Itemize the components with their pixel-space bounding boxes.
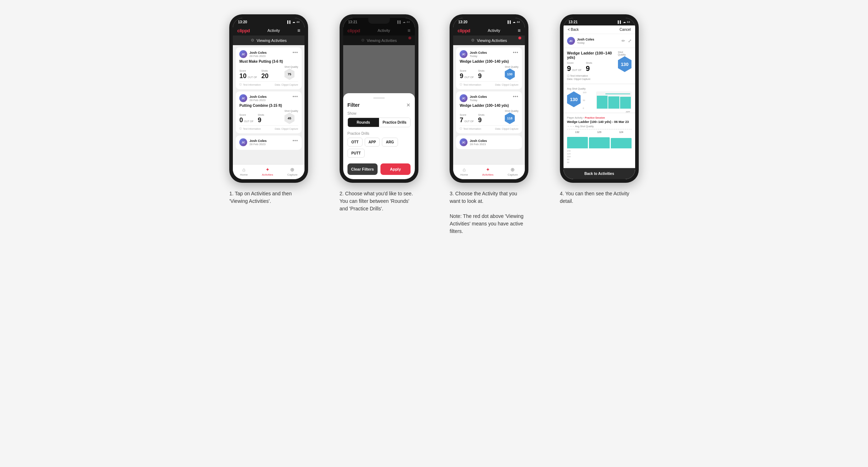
avg-sq-section-4: Avg Shot Quality 130 100 50 0	[564, 85, 635, 112]
drill-buttons-2: OTT APP ARG PUTT	[347, 138, 411, 158]
drill-ott-2[interactable]: OTT	[347, 138, 363, 147]
user-date-1-1: 28 Feb 2023	[249, 54, 267, 58]
more-dots-3-1[interactable]: •••	[513, 50, 519, 55]
app-header-1: clippd Activity ≡	[233, 25, 304, 35]
nav-activities-label-3: Activities	[482, 173, 494, 176]
quality-badge-1-1: 75	[284, 68, 294, 80]
edit-icon-4[interactable]: ✏	[622, 38, 625, 43]
nav-activities-3[interactable]: ✦ Activities	[482, 167, 494, 176]
nav-home-1[interactable]: ⌂ Home	[240, 167, 248, 176]
activity-card-3-2[interactable]: JC Josh Coles Today ••• Wedge Ladder (10…	[456, 91, 522, 133]
page-container: 13:20 ▌▌ ☁ 44 clippd Activity ≡ ⚙ View	[219, 14, 649, 235]
detail-actions-4: ✏ ⤢	[622, 38, 632, 43]
modal-header-2: Filter ✕	[347, 102, 411, 108]
nav-activities-1[interactable]: ✦ Activities	[262, 167, 273, 176]
card-title-1-2: Putting Combine (3-15 ft)	[239, 104, 298, 108]
clear-filters-button-2[interactable]: Clear Filters	[347, 163, 378, 175]
back-button-4[interactable]: < Back	[568, 28, 579, 32]
drill-putt-2[interactable]: PUTT	[347, 149, 365, 158]
back-to-activities-button-4[interactable]: Back to Activities	[564, 168, 635, 179]
nav-home-3[interactable]: ⌂ Home	[460, 167, 468, 176]
card-footer-3-2: ⓘ Test Information Data: Clippd Capture	[460, 125, 518, 130]
card-title-1-1: Must Make Putting (3-6 ft)	[239, 59, 298, 63]
drill-app-2[interactable]: APP	[365, 138, 380, 147]
footer-data-3-2: Data: Clippd Capture	[495, 128, 518, 130]
app-logo-1: clippd	[237, 28, 250, 33]
activity-card-3-1[interactable]: JC Josh Coles Today ••• Wedge Ladder (10…	[456, 47, 522, 89]
battery-icon-4: 44	[627, 20, 630, 24]
bottom-nav-1: ⌂ Home ✦ Activities ⊕ Capture	[233, 164, 304, 179]
user-name-1-1: Josh Coles	[249, 51, 267, 54]
activity-card-1-2[interactable]: JC Josh Coles 28 Feb 2023 ••• Putting Co…	[236, 91, 302, 133]
shots-value-1-2: 9	[258, 116, 264, 124]
card-user-info-3-2: JC Josh Coles Today	[460, 94, 487, 102]
practice-drills-tab-2[interactable]: Practice Drills	[379, 118, 410, 127]
apply-button-2[interactable]: Apply	[380, 163, 411, 175]
more-dots-1-2[interactable]: •••	[293, 94, 298, 99]
outof-4: OUT OF	[572, 69, 581, 71]
filter-tabs-2: Rounds Practice Drills	[347, 118, 411, 127]
filter-icon-1: ⚙	[251, 38, 254, 43]
notch-4	[589, 18, 610, 24]
home-icon-1: ⌂	[242, 167, 245, 172]
shots-value-1-1: 20	[262, 72, 269, 80]
activity-card-1-1[interactable]: JC Josh Coles 28 Feb 2023 ••• Must Make …	[236, 47, 302, 89]
chart-line-4	[605, 94, 630, 94]
phone-3-inner: 13:20 ▌▌ ☁ 44 clippd Activity ≡ ⚙ View	[453, 18, 525, 179]
phone-2: 13:21 ▌▌ ☁ 44 clippd Activity ≡ ⚙ View	[340, 14, 418, 183]
filter-icon-3: ⚙	[471, 38, 475, 43]
scroll-content-1: JC Josh Coles 28 Feb 2023 ••• Must Make …	[233, 45, 304, 164]
avatar-1-3: JC	[239, 138, 247, 146]
nav-capture-3[interactable]: ⊕ Capture	[508, 167, 518, 176]
footer-data-3-1: Data: Clippd Capture	[495, 84, 518, 86]
quality-badge-1-2: 45	[284, 113, 294, 124]
home-icon-3: ⌂	[462, 167, 465, 172]
rounds-tab-2[interactable]: Rounds	[348, 118, 379, 127]
wifi-icon-1: ☁	[292, 20, 295, 24]
player-activity-section-4: Player Activity › Practice Session Wedge…	[564, 114, 635, 167]
card-header-3-1: JC Josh Coles Today •••	[460, 50, 518, 58]
footer-info-1-1: ⓘ Test Information	[239, 83, 261, 86]
shots-label-3-1: Shots	[478, 70, 485, 72]
nav-capture-label-1: Capture	[287, 173, 297, 176]
y-axis-4: 140 120 100 80 60	[567, 150, 632, 163]
phone-2-inner: 13:21 ▌▌ ☁ 44 clippd Activity ≡ ⚙ View	[343, 18, 415, 179]
more-dots-1-3[interactable]: •••	[293, 138, 298, 143]
card-title-3-1: Wedge Ladder (100–140 yds)	[460, 59, 518, 63]
phone-1-inner: 13:20 ▌▌ ☁ 44 clippd Activity ≡ ⚙ View	[233, 18, 304, 179]
detail-user-section-4: JC Josh Coles Today ✏ ⤢	[564, 34, 635, 48]
viewing-banner-1[interactable]: ⚙ Viewing Activities	[233, 35, 304, 45]
nav-capture-1[interactable]: ⊕ Capture	[287, 167, 297, 176]
wifi-icon-4: ☁	[623, 20, 626, 24]
shots-label-1-1: Shots	[262, 70, 269, 72]
caption-2: 2. Choose what you'd like to see. You ca…	[340, 190, 418, 213]
card-footer-1-2: ⓘ Test Information Data: Clippd Capture	[239, 125, 298, 130]
card-header-1-1: JC Josh Coles 28 Feb 2023 •••	[239, 50, 298, 58]
cancel-button-4[interactable]: Cancel	[620, 28, 631, 32]
hamburger-icon-1[interactable]: ≡	[297, 28, 300, 33]
more-dots-1-1[interactable]: •••	[293, 50, 298, 55]
session-bar-2-4	[589, 137, 610, 148]
modal-close-button-2[interactable]: ✕	[406, 102, 411, 108]
hamburger-icon-3[interactable]: ≡	[518, 28, 521, 33]
drill-arg-2[interactable]: ARG	[382, 138, 398, 147]
viewing-banner-3[interactable]: ⚙ Viewing Activities	[453, 35, 525, 45]
bar-1-4	[597, 96, 608, 109]
caption-4: 4. You can then see the Activity detail.	[560, 190, 639, 205]
status-icons-1: ▌▌ ☁ 44	[287, 20, 299, 24]
user-date-1-3: 28 Feb 2023	[249, 143, 267, 146]
card-stats-3-1: Score 9 OUT OF Shots 9	[460, 66, 518, 80]
card-stats-1-2: Score 0 OUT OF Shots 9	[239, 110, 298, 124]
notch-2	[368, 18, 390, 24]
quality-badge-3-2: 118	[505, 113, 515, 124]
more-dots-3-2[interactable]: •••	[513, 94, 519, 99]
avg-sq-badge-4: 130	[567, 91, 581, 107]
phone-1: 13:20 ▌▌ ☁ 44 clippd Activity ≡ ⚙ View	[229, 14, 308, 183]
modal-handle-2	[373, 97, 385, 99]
expand-icon-4[interactable]: ⤢	[628, 38, 632, 43]
score-value-3-2: 7	[460, 116, 463, 124]
player-activity-label-4: Player Activity › Practice Session	[567, 116, 632, 119]
app-title-3: Activity	[488, 28, 500, 33]
avatar-1-1: JC	[239, 50, 247, 58]
nav-home-label-1: Home	[240, 173, 248, 176]
